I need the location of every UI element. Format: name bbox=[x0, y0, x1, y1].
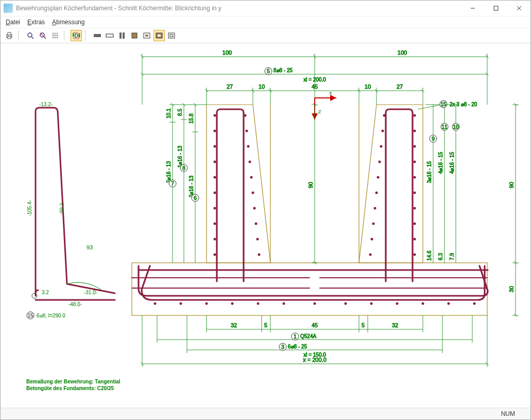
svg-point-86 bbox=[382, 130, 384, 132]
minimize-button[interactable] bbox=[461, 1, 484, 16]
svg-rect-28 bbox=[168, 33, 175, 38]
svg-point-105 bbox=[180, 303, 182, 305]
svg-point-109 bbox=[283, 303, 285, 305]
svg-text:PDF: PDF bbox=[72, 32, 80, 39]
svg-point-70 bbox=[214, 161, 216, 163]
svg-point-113 bbox=[396, 303, 399, 305]
spec-5: 8⌀8 - 25 bbox=[273, 68, 293, 73]
maximize-button[interactable] bbox=[484, 1, 507, 16]
svg-point-101 bbox=[414, 238, 416, 241]
dim-158: 15.8 bbox=[189, 113, 194, 124]
view-section-5-icon[interactable] bbox=[141, 30, 152, 41]
view-section-6-icon[interactable] bbox=[153, 30, 165, 41]
spec-3: 6⌀8 - 25 bbox=[288, 344, 307, 349]
notes: Bemaßung der Bewehrung: Tangential Beton… bbox=[26, 379, 121, 391]
stirrup-detail: -13.2- -99.2- -105.4- 93 3.2 -31.0- -48.… bbox=[27, 102, 115, 319]
dim-x200: x = 200.0 bbox=[303, 357, 327, 363]
svg-point-114 bbox=[422, 303, 424, 305]
dim-146: 14.6 bbox=[426, 250, 432, 261]
svg-point-116 bbox=[473, 303, 476, 305]
ref-8: 8 bbox=[182, 165, 185, 171]
drawing-area[interactable]: 100 100 5 8⌀8 - 25 xl = 200.0 bbox=[1, 43, 530, 408]
svg-point-68 bbox=[214, 145, 216, 148]
spec-6: 2⌀16 - 13 bbox=[189, 175, 194, 197]
ref-15-right: 15 bbox=[440, 102, 447, 107]
svg-point-64 bbox=[214, 114, 216, 117]
svg-point-100 bbox=[371, 238, 373, 241]
menu-datei[interactable]: Datei bbox=[6, 19, 20, 26]
svg-point-112 bbox=[370, 303, 373, 305]
svg-rect-29 bbox=[170, 35, 173, 37]
left-vertical-dims: 10.1 8.5 15.8 1⌀16 - 13 8 2⌀16 - 13 7 2⌀… bbox=[166, 103, 207, 263]
axis-z-label: z bbox=[318, 108, 321, 114]
menu-extras[interactable]: Extras bbox=[27, 19, 45, 26]
svg-point-111 bbox=[345, 303, 347, 305]
zoom-reset-icon[interactable] bbox=[37, 30, 48, 41]
ref-5: 5 bbox=[267, 69, 270, 74]
view-section-1-icon[interactable] bbox=[92, 30, 103, 41]
zoom-in-icon[interactable] bbox=[25, 30, 36, 41]
app-icon bbox=[4, 4, 13, 13]
svg-line-8 bbox=[31, 37, 33, 39]
svg-rect-5 bbox=[8, 32, 11, 35]
close-button[interactable] bbox=[507, 1, 530, 16]
lbl-105-4: -105.4- bbox=[27, 200, 32, 216]
grid-icon[interactable] bbox=[49, 30, 61, 41]
svg-point-104 bbox=[154, 303, 157, 305]
svg-point-95 bbox=[414, 192, 416, 194]
dim-center-90: 90 bbox=[307, 182, 314, 188]
svg-rect-25 bbox=[145, 35, 148, 37]
svg-rect-27 bbox=[158, 35, 161, 37]
svg-rect-20 bbox=[106, 34, 113, 37]
svg-point-71 bbox=[249, 161, 251, 163]
note-2: Betongüte des Fundaments: C20/25 bbox=[26, 385, 114, 391]
dim-63: 6.3 bbox=[438, 253, 443, 260]
svg-point-103 bbox=[414, 254, 416, 256]
spec-1: Q524A bbox=[300, 333, 316, 339]
dim-45: 45 bbox=[312, 83, 318, 90]
titlebar: Bewehrungsplan Köcherfundament - Schnitt… bbox=[1, 1, 530, 16]
dim-b32l: 32 bbox=[231, 322, 237, 328]
dim-right-90: 90 bbox=[508, 182, 515, 188]
dim-85: 8.5 bbox=[177, 109, 183, 116]
spec-15-left: 6⌀8, l=290.0 bbox=[37, 313, 65, 318]
dim-right-30: 30 bbox=[508, 286, 515, 292]
svg-point-99 bbox=[414, 223, 416, 225]
print-icon[interactable] bbox=[4, 30, 15, 41]
dim-100-left: 100 bbox=[222, 49, 232, 56]
svg-point-89 bbox=[414, 145, 416, 148]
dim-100-right: 100 bbox=[398, 49, 407, 56]
spec-5-xl: xl = 200.0 bbox=[303, 77, 326, 82]
svg-point-73 bbox=[250, 176, 253, 179]
svg-point-90 bbox=[379, 161, 381, 163]
svg-point-77 bbox=[253, 207, 256, 210]
statusbar: NUM bbox=[1, 408, 530, 419]
dim-b32r: 32 bbox=[392, 322, 398, 328]
svg-point-108 bbox=[257, 303, 260, 305]
menubar: Datei Extras Abmessung bbox=[1, 16, 530, 28]
svg-point-87 bbox=[414, 130, 416, 132]
lbl-93: 93 bbox=[87, 244, 93, 250]
svg-point-115 bbox=[448, 303, 450, 305]
svg-point-84 bbox=[383, 114, 386, 117]
menu-abmessung[interactable]: Abmessung bbox=[52, 19, 84, 26]
svg-point-81 bbox=[256, 238, 259, 241]
svg-point-82 bbox=[214, 254, 216, 256]
dim-b45: 45 bbox=[312, 322, 318, 328]
svg-point-75 bbox=[252, 192, 254, 194]
svg-point-80 bbox=[214, 238, 216, 241]
view-section-3-icon[interactable] bbox=[116, 30, 128, 41]
axis-x-label: x bbox=[329, 90, 332, 96]
view-section-2-icon[interactable] bbox=[104, 30, 115, 41]
view-section-4-icon[interactable] bbox=[129, 30, 140, 41]
svg-point-69 bbox=[247, 145, 250, 148]
svg-line-144 bbox=[418, 105, 439, 109]
dim-10l: 10 bbox=[259, 83, 265, 90]
window-title: Bewehrungsplan Köcherfundament - Schnitt… bbox=[16, 5, 461, 12]
view-section-7-icon[interactable] bbox=[166, 30, 177, 41]
svg-point-93 bbox=[414, 176, 416, 179]
svg-point-97 bbox=[414, 207, 416, 210]
axes: x z bbox=[315, 90, 336, 120]
export-pdf-icon[interactable]: PDF bbox=[71, 30, 82, 41]
svg-point-65 bbox=[244, 114, 247, 117]
